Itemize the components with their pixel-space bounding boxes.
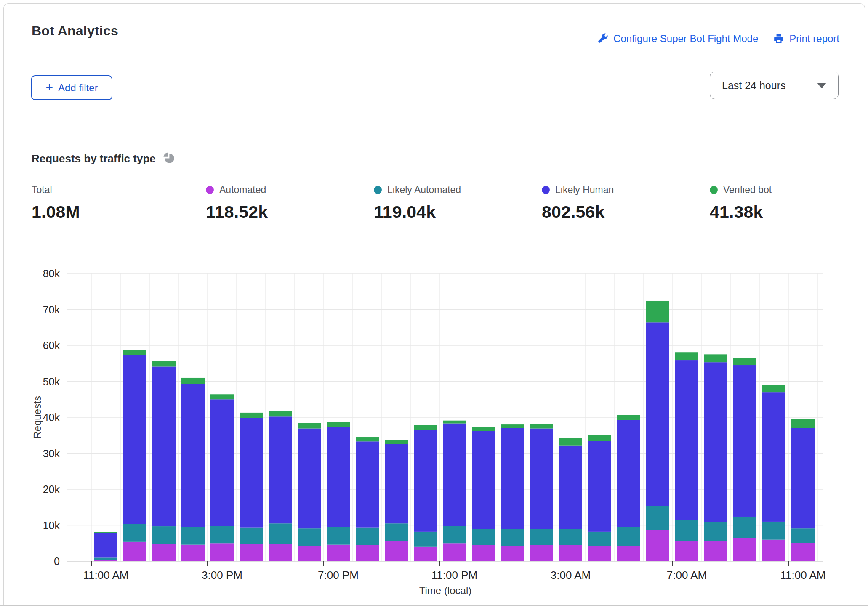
bar-segment-verified-bot[interactable]	[356, 437, 379, 441]
bar-segment-automated[interactable]	[472, 545, 495, 561]
bar-segment-verified-bot[interactable]	[588, 435, 611, 441]
bar-segment-verified-bot[interactable]	[443, 421, 466, 424]
bar-segment-likely-human[interactable]	[414, 430, 437, 532]
bar-segment-likely-human[interactable]	[675, 360, 698, 520]
bar-segment-likely-automated[interactable]	[298, 528, 321, 546]
bar-segment-verified-bot[interactable]	[704, 354, 727, 362]
bar-segment-verified-bot[interactable]	[733, 358, 756, 365]
bar-segment-likely-automated[interactable]	[530, 529, 553, 545]
bar-segment-likely-human[interactable]	[152, 366, 176, 526]
bar-segment-automated[interactable]	[269, 544, 292, 561]
bar-segment-verified-bot[interactable]	[298, 423, 321, 429]
bar-segment-automated[interactable]	[559, 545, 582, 561]
bar-segment-verified-bot[interactable]	[385, 440, 408, 444]
bar-segment-verified-bot[interactable]	[472, 427, 495, 431]
bar-segment-likely-automated[interactable]	[704, 522, 727, 541]
bar-segment-automated[interactable]	[791, 543, 815, 561]
bar-segment-automated[interactable]	[385, 541, 408, 561]
bar-segment-likely-human[interactable]	[269, 416, 292, 523]
bar-segment-verified-bot[interactable]	[530, 424, 553, 428]
bar-segment-likely-human[interactable]	[443, 424, 466, 526]
bar-segment-likely-human[interactable]	[733, 365, 756, 517]
stat-automated[interactable]: Automated 118.52k	[188, 184, 356, 222]
bar-segment-likely-automated[interactable]	[240, 528, 263, 544]
bar-segment-automated[interactable]	[617, 546, 640, 561]
bar-segment-verified-bot[interactable]	[675, 352, 698, 360]
bar-segment-verified-bot[interactable]	[414, 425, 437, 430]
bar-segment-likely-automated[interactable]	[791, 528, 815, 543]
bar-segment-likely-human[interactable]	[240, 418, 263, 528]
bar-segment-verified-bot[interactable]	[94, 532, 117, 533]
bar-segment-likely-human[interactable]	[123, 355, 146, 524]
bar-segment-verified-bot[interactable]	[327, 422, 350, 427]
bar-segment-automated[interactable]	[646, 530, 669, 561]
bar-segment-verified-bot[interactable]	[501, 424, 524, 428]
bar-segment-automated[interactable]	[588, 546, 611, 561]
bar-segment-likely-human[interactable]	[646, 322, 669, 506]
time-range-dropdown[interactable]: Last 24 hours	[710, 72, 839, 99]
bar-segment-likely-human[interactable]	[617, 420, 640, 527]
bar-segment-automated[interactable]	[530, 545, 553, 561]
bar-segment-verified-bot[interactable]	[181, 378, 205, 384]
bar-segment-likely-automated[interactable]	[762, 522, 785, 540]
bar-segment-verified-bot[interactable]	[152, 361, 176, 367]
bar-segment-automated[interactable]	[443, 543, 466, 561]
bar-segment-likely-automated[interactable]	[269, 523, 292, 544]
bar-segment-automated[interactable]	[210, 543, 234, 561]
bar-segment-likely-automated[interactable]	[588, 532, 611, 546]
bar-segment-automated[interactable]	[675, 541, 698, 561]
bar-segment-likely-automated[interactable]	[414, 532, 437, 547]
bar-segment-verified-bot[interactable]	[646, 301, 669, 322]
configure-super-bot-fight-mode-link[interactable]: Configure Super Bot Fight Mode	[597, 33, 758, 45]
bar-segment-likely-automated[interactable]	[675, 520, 698, 541]
bar-segment-likely-human[interactable]	[704, 362, 727, 522]
stat-likely-automated[interactable]: Likely Automated 119.04k	[356, 184, 524, 222]
bar-segment-likely-automated[interactable]	[94, 557, 117, 560]
bar-segment-likely-automated[interactable]	[733, 517, 756, 538]
bar-segment-likely-human[interactable]	[385, 444, 408, 523]
bar-segment-verified-bot[interactable]	[240, 413, 263, 418]
bar-segment-likely-automated[interactable]	[472, 529, 495, 545]
bar-segment-automated[interactable]	[414, 547, 437, 561]
bar-segment-automated[interactable]	[152, 544, 176, 561]
bar-segment-likely-human[interactable]	[791, 428, 815, 529]
bar-segment-likely-human[interactable]	[501, 428, 524, 529]
bar-segment-likely-automated[interactable]	[385, 523, 408, 541]
print-report-link[interactable]: Print report	[773, 33, 839, 45]
bar-segment-automated[interactable]	[123, 542, 146, 561]
bar-segment-automated[interactable]	[94, 560, 117, 561]
bar-segment-verified-bot[interactable]	[269, 411, 292, 417]
bar-segment-likely-automated[interactable]	[327, 527, 350, 545]
bar-segment-automated[interactable]	[327, 545, 350, 561]
bar-segment-verified-bot[interactable]	[123, 350, 146, 355]
bar-segment-likely-human[interactable]	[356, 441, 379, 527]
bar-segment-likely-automated[interactable]	[210, 526, 234, 543]
bar-segment-likely-human[interactable]	[762, 392, 785, 522]
bar-segment-likely-human[interactable]	[181, 384, 205, 527]
add-filter-button[interactable]: + Add filter	[31, 75, 112, 100]
bar-segment-likely-automated[interactable]	[617, 527, 640, 546]
stat-verified-bot[interactable]: Verified bot 41.38k	[692, 184, 860, 222]
bar-segment-verified-bot[interactable]	[559, 438, 582, 446]
bar-segment-verified-bot[interactable]	[617, 415, 640, 420]
bar-segment-likely-human[interactable]	[472, 431, 495, 529]
bar-segment-automated[interactable]	[733, 538, 756, 561]
bar-segment-automated[interactable]	[356, 545, 379, 561]
bar-segment-automated[interactable]	[240, 544, 263, 561]
bar-segment-automated[interactable]	[298, 546, 321, 561]
bar-segment-likely-automated[interactable]	[152, 526, 176, 544]
bar-segment-likely-automated[interactable]	[559, 529, 582, 545]
bar-segment-automated[interactable]	[501, 546, 524, 561]
bar-segment-verified-bot[interactable]	[210, 394, 234, 399]
bar-segment-likely-automated[interactable]	[646, 506, 669, 530]
stat-likely-human[interactable]: Likely Human 802.56k	[524, 184, 692, 222]
bar-segment-likely-human[interactable]	[298, 429, 321, 529]
bar-segment-likely-human[interactable]	[588, 441, 611, 531]
bar-segment-verified-bot[interactable]	[762, 385, 785, 392]
bar-segment-likely-automated[interactable]	[443, 526, 466, 543]
bar-segment-likely-human[interactable]	[327, 427, 350, 527]
bar-segment-automated[interactable]	[704, 541, 727, 561]
bar-segment-likely-human[interactable]	[94, 533, 117, 558]
bar-segment-verified-bot[interactable]	[791, 419, 815, 428]
bar-segment-likely-automated[interactable]	[356, 528, 379, 545]
